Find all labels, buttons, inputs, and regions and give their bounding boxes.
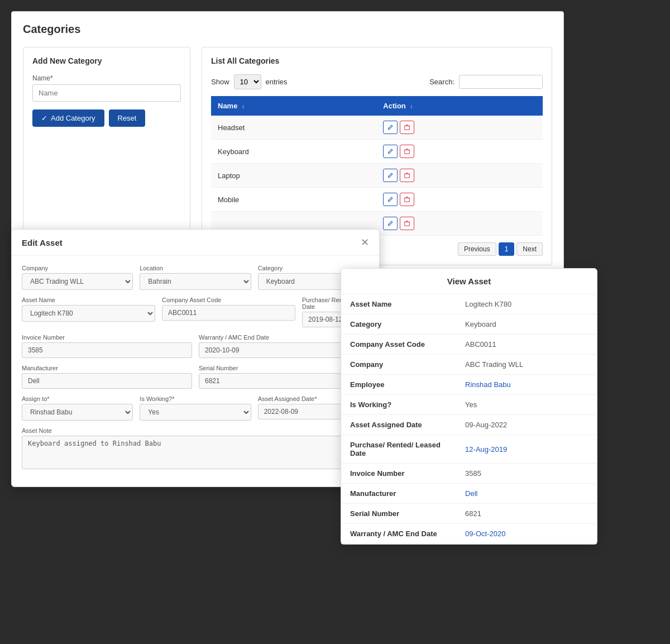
row-5: Assign to* Rinshad Babu Is Working?* Yes…: [22, 395, 369, 421]
view-field-label: Employee: [341, 375, 456, 395]
prev-page-button[interactable]: Previous: [458, 242, 496, 256]
manufacturer-input[interactable]: [22, 373, 192, 389]
add-category-button[interactable]: ✓ Add Category: [32, 109, 104, 127]
reset-button[interactable]: Reset: [109, 109, 146, 127]
view-field-label: Category: [341, 314, 456, 335]
working-label: Is Working?*: [140, 395, 251, 402]
company-code-group: Company Asset Code: [162, 297, 295, 327]
view-field-value: 12-Aug-2019: [456, 435, 597, 464]
view-field-label: Company: [341, 355, 456, 375]
row-3: Invoice Number Warranty / AMC End Date: [22, 334, 369, 358]
row-6: Asset Note: [22, 427, 369, 471]
asset-name-select[interactable]: Logitech K780: [22, 305, 155, 322]
manufacturer-group: Manufacturer: [22, 365, 192, 389]
view-field-value: ABC0011: [456, 335, 597, 355]
company-label: Company: [22, 265, 133, 271]
company-select[interactable]: ABC Trading WLL: [22, 273, 133, 290]
table-cell-action: [376, 212, 543, 236]
name-label: Name*: [32, 74, 181, 82]
location-group: Location Bahrain: [140, 265, 251, 290]
show-label: Show: [211, 78, 229, 86]
view-field-label: Warranty / AMC End Date: [341, 524, 456, 544]
working-select[interactable]: Yes: [140, 404, 251, 421]
delete-button[interactable]: [400, 217, 414, 230]
search-input[interactable]: [459, 75, 543, 89]
entries-label: entries: [266, 78, 288, 86]
modal-close-button[interactable]: ✕: [361, 237, 369, 247]
edit-button[interactable]: [383, 193, 398, 206]
checkmark-icon: ✓: [41, 114, 47, 122]
view-field-value: ABC Trading WLL: [456, 355, 597, 375]
view-asset-table: Asset NameLogitech K780CategoryKeyboardC…: [341, 294, 597, 544]
table-cell-action: [376, 140, 543, 164]
edit-button[interactable]: [383, 121, 398, 134]
view-field-value: Logitech K780: [456, 294, 597, 314]
modal-title: Edit Asset: [22, 238, 63, 247]
invoice-group: Invoice Number: [22, 334, 192, 358]
table-cell-name: Keyboard: [211, 140, 376, 164]
edit-button[interactable]: [383, 169, 398, 182]
view-field-label: Company Asset Code: [341, 335, 456, 355]
table-controls: Show 10 25 50 entries Search:: [211, 74, 543, 89]
assign-group: Assign to* Rinshad Babu: [22, 395, 133, 421]
table-cell-name: Headset: [211, 116, 376, 140]
assign-label: Assign to*: [22, 395, 133, 402]
name-field-group: Name*: [32, 74, 181, 102]
edit-button[interactable]: [383, 145, 398, 158]
assign-select[interactable]: Rinshad Babu: [22, 404, 133, 421]
page-1-button[interactable]: 1: [499, 242, 515, 256]
next-page-button[interactable]: Next: [516, 242, 543, 256]
row-1: Company ABC Trading WLL Location Bahrain…: [22, 265, 369, 290]
company-code-label: Company Asset Code: [162, 297, 295, 303]
delete-button[interactable]: [400, 169, 414, 182]
view-field-value: Yes: [456, 395, 597, 415]
view-field-label: Invoice Number: [341, 464, 456, 484]
view-field-label: Asset Assigned Date: [341, 415, 456, 435]
name-input[interactable]: [32, 84, 181, 102]
delete-button[interactable]: [400, 193, 414, 206]
search-label: Search:: [429, 78, 454, 86]
table-cell-name: Mobile: [211, 188, 376, 212]
view-field-label: Asset Name: [341, 294, 456, 314]
note-label: Asset Note: [22, 427, 369, 434]
name-sort-icon[interactable]: ↕: [242, 103, 245, 109]
svg-rect-0: [405, 126, 410, 130]
form-buttons: ✓ Add Category Reset: [32, 109, 181, 127]
delete-button[interactable]: [400, 145, 414, 158]
view-field-value: 09-Aug-2022: [456, 415, 597, 435]
table-cell-action: [376, 188, 543, 212]
view-field-value: Rinshad Babu: [456, 375, 597, 395]
svg-rect-2: [405, 174, 410, 178]
delete-button[interactable]: [400, 121, 414, 134]
col-name: Name ↕: [211, 96, 376, 116]
view-panel-title: View Asset: [447, 276, 491, 286]
company-code-input[interactable]: [162, 305, 295, 321]
view-field-label: Manufacturer: [341, 484, 456, 504]
table-cell-action: [376, 164, 543, 188]
working-group: Is Working?* Yes: [140, 395, 251, 421]
categories-table: Name ↕ Action ↕ Headset: [211, 96, 543, 236]
view-field-label: Purchase/ Rented/ Leased Date: [341, 435, 456, 464]
page-title: Categories: [23, 23, 552, 36]
note-textarea[interactable]: [22, 436, 369, 469]
location-select[interactable]: Bahrain: [140, 273, 251, 290]
view-panel-header: View Asset: [341, 269, 597, 294]
invoice-input[interactable]: [22, 342, 192, 358]
show-entries-left: Show 10 25 50 entries: [211, 74, 288, 89]
modal-header: Edit Asset ✕: [12, 230, 379, 256]
edit-button[interactable]: [383, 217, 398, 230]
svg-rect-3: [405, 198, 410, 202]
invoice-label: Invoice Number: [22, 334, 192, 341]
list-section-title: List All Categories: [211, 56, 543, 65]
row-4: Manufacturer Serial Number: [22, 365, 369, 389]
col-action: Action ↕: [376, 96, 543, 116]
action-sort-icon[interactable]: ↕: [410, 103, 413, 109]
entries-select[interactable]: 10 25 50: [234, 74, 261, 89]
table-cell-name: Laptop: [211, 164, 376, 188]
row-2: Asset Name Logitech K780 Company Asset C…: [22, 297, 369, 327]
location-label: Location: [140, 265, 251, 271]
note-group: Asset Note: [22, 427, 369, 471]
view-asset-panel: View Asset Asset NameLogitech K780Catego…: [341, 268, 597, 545]
view-field-value: 3585: [456, 464, 597, 484]
svg-rect-4: [405, 222, 410, 226]
